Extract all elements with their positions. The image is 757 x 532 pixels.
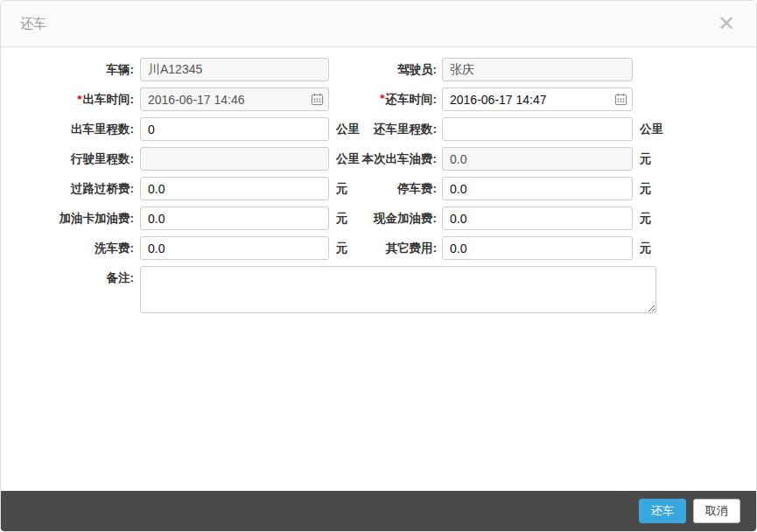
fuel-card-fee-label: 加油卡加油费: bbox=[1, 211, 140, 227]
form-row-times: *出车时间: *还车时间: bbox=[1, 88, 756, 111]
fuel-card-fee-input[interactable] bbox=[140, 206, 329, 230]
toll-fee-label: 过路过桥费: bbox=[1, 181, 140, 197]
unit-yuan-label: 元 bbox=[633, 151, 652, 167]
depart-time-field bbox=[140, 88, 329, 111]
return-mileage-field bbox=[442, 117, 633, 141]
return-confirm-button[interactable]: 还车 bbox=[639, 499, 686, 523]
return-time-input[interactable] bbox=[442, 88, 633, 111]
driver-label: 驾驶员: bbox=[371, 62, 437, 78]
wash-fee-label: 洗车费: bbox=[1, 241, 140, 256]
calendar-icon[interactable] bbox=[614, 93, 627, 106]
calendar-icon bbox=[311, 93, 324, 106]
wash-fee-input[interactable] bbox=[140, 236, 329, 260]
parking-fee-field bbox=[442, 177, 633, 200]
driven-mileage-input[interactable] bbox=[140, 147, 329, 171]
cash-fuel-fee-label: 现金加油费: bbox=[371, 211, 437, 227]
return-car-form: 车辆: 驾驶员: *出车时间: *还车时间: bbox=[1, 47, 756, 313]
parking-fee-label: 停车费: bbox=[371, 181, 437, 197]
trip-fuel-fee-label: 本次出车油费: bbox=[371, 151, 437, 167]
depart-mileage-label: 出车里程数: bbox=[1, 122, 140, 137]
unit-yuan-label: 元 bbox=[633, 241, 652, 256]
dialog-footer: 还车 取消 bbox=[1, 491, 756, 531]
cash-fuel-fee-field bbox=[442, 206, 633, 230]
other-fee-label: 其它费用: bbox=[371, 241, 437, 256]
dialog-header: 还车 ✕ bbox=[1, 1, 756, 47]
form-row-toll-parking: 过路过桥费: 元 停车费: 元 bbox=[1, 177, 756, 200]
driver-field bbox=[442, 58, 633, 81]
depart-time-input[interactable] bbox=[140, 88, 329, 111]
required-asterisk: * bbox=[77, 93, 81, 106]
remark-textarea[interactable] bbox=[140, 266, 656, 313]
wash-fee-field bbox=[140, 236, 329, 260]
depart-mileage-field bbox=[140, 117, 329, 141]
unit-km-label: 公里 bbox=[633, 122, 663, 137]
unit-yuan-label: 元 bbox=[329, 211, 371, 227]
unit-yuan-label: 元 bbox=[633, 181, 652, 197]
form-row-driven-fuel: 行驶里程数: 公里 本次出车油费: 元 bbox=[1, 147, 756, 171]
form-row-vehicle-driver: 车辆: 驾驶员: bbox=[1, 58, 756, 81]
close-icon[interactable]: ✕ bbox=[712, 11, 740, 36]
vehicle-input[interactable] bbox=[140, 58, 329, 81]
return-mileage-input[interactable] bbox=[442, 117, 633, 141]
trip-fuel-fee-field bbox=[442, 147, 633, 171]
depart-time-label: *出车时间: bbox=[1, 92, 140, 108]
unit-km-label: 公里 bbox=[329, 122, 371, 137]
cancel-button[interactable]: 取消 bbox=[693, 499, 740, 523]
return-time-field bbox=[442, 88, 633, 111]
vehicle-field bbox=[140, 58, 329, 81]
required-asterisk: * bbox=[380, 92, 384, 108]
unit-yuan-label: 元 bbox=[329, 241, 371, 256]
driven-mileage-field bbox=[140, 147, 329, 171]
fuel-card-fee-field bbox=[140, 206, 329, 230]
cash-fuel-fee-input[interactable] bbox=[442, 206, 633, 230]
return-car-dialog: 还车 ✕ 车辆: 驾驶员: *出车时间: bbox=[0, 0, 757, 532]
vehicle-label: 车辆: bbox=[1, 62, 140, 78]
driven-mileage-label: 行驶里程数: bbox=[1, 151, 140, 167]
toll-fee-field bbox=[140, 177, 329, 200]
driver-input[interactable] bbox=[442, 58, 633, 81]
form-row-remark: 备注: bbox=[1, 266, 756, 313]
dialog-title: 还车 bbox=[20, 16, 46, 32]
toll-fee-input[interactable] bbox=[140, 177, 329, 200]
return-time-label: *还车时间: bbox=[371, 92, 437, 108]
unit-yuan-label: 元 bbox=[633, 211, 652, 227]
form-row-wash-other: 洗车费: 元 其它费用: 元 bbox=[1, 236, 756, 260]
trip-fuel-fee-input[interactable] bbox=[442, 147, 633, 171]
other-fee-input[interactable] bbox=[442, 236, 633, 260]
other-fee-field bbox=[442, 236, 633, 260]
depart-mileage-input[interactable] bbox=[140, 117, 329, 141]
return-mileage-label: 还车里程数: bbox=[371, 122, 437, 137]
unit-yuan-label: 元 bbox=[329, 181, 371, 197]
form-row-mileage: 出车里程数: 公里 还车里程数: 公里 bbox=[1, 117, 756, 141]
remark-label: 备注: bbox=[1, 266, 140, 286]
form-row-fuelcard-cash: 加油卡加油费: 元 现金加油费: 元 bbox=[1, 206, 756, 230]
parking-fee-input[interactable] bbox=[442, 177, 633, 200]
